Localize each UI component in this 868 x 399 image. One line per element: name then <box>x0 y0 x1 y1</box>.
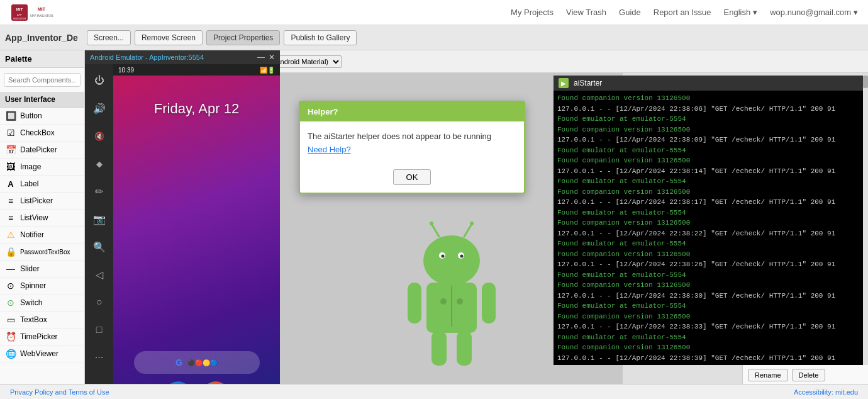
svg-rect-17 <box>408 283 421 323</box>
svg-point-15 <box>470 222 474 225</box>
passwordtextbox-icon: 🔒 <box>5 246 16 257</box>
helper-dialog-title: Helper? <box>300 102 524 121</box>
android-status-icons: 📶🔋 <box>260 67 275 74</box>
helper-message-text: The aiStarter helper does not appear to … <box>308 132 516 141</box>
accessibility-link[interactable]: Accessibility: mit.edu <box>794 388 858 396</box>
list-item[interactable]: ▭ TextBox <box>0 312 84 329</box>
spinner-icon: ⊙ <box>5 280 16 291</box>
properties-btn-row: Rename Delete <box>743 365 868 385</box>
helper-dialog-footer: OK <box>300 164 524 193</box>
main-content-area: Palette User Interface 🔲 Button ☑ CheckB… <box>0 50 868 399</box>
slider-icon: — <box>5 263 16 274</box>
palette-header-label: Palette <box>0 50 84 68</box>
list-item[interactable]: 🖼 Image <box>0 159 84 176</box>
svg-rect-18 <box>482 283 496 323</box>
android-robot-svg <box>389 210 515 399</box>
list-item[interactable]: ⊙ Switch <box>0 295 84 312</box>
terminal-line: Found companion version 13126500 <box>557 93 864 104</box>
list-item[interactable]: ≡ ListPicker <box>0 193 84 210</box>
view-trash-link[interactable]: View Trash <box>566 8 606 17</box>
list-item[interactable]: ⏰ TimePicker <box>0 329 84 346</box>
terminal-line: Found emulator at emulator-5554 <box>557 301 864 312</box>
terminal-scrollbar[interactable] <box>863 76 868 365</box>
list-item[interactable]: — Slider <box>0 261 84 278</box>
palette-item-label: CheckBox <box>20 128 55 137</box>
list-item[interactable]: ≡ ListView <box>0 210 84 227</box>
power-button[interactable]: ⏻ <box>89 70 109 91</box>
google-g-icon: G <box>175 357 182 368</box>
privacy-policy-link[interactable]: Privacy Policy and Terms of Use <box>10 388 109 396</box>
screen-button[interactable]: Screen... <box>87 30 131 45</box>
scrollbar-thumb[interactable] <box>863 76 868 88</box>
palette-item-label: Image <box>20 162 41 171</box>
ok-button[interactable]: OK <box>393 169 431 185</box>
project-properties-button[interactable]: Project Properties <box>206 30 280 45</box>
svg-text:MIT: MIT <box>38 7 46 11</box>
list-item[interactable]: 🌐 WebViewer <box>0 346 84 362</box>
list-item[interactable]: ⚠ Notifier <box>0 227 84 244</box>
palette-item-label: Notifier <box>20 230 44 239</box>
listview-icon: ≡ <box>5 212 16 223</box>
list-item[interactable]: A Label <box>0 176 84 193</box>
guide-link[interactable]: Guide <box>619 8 641 17</box>
helper-dialog: Helper? The aiStarter helper does not ap… <box>299 101 525 194</box>
bottom-status-bar: Privacy Policy and Terms of Use Accessib… <box>0 384 868 399</box>
palette-category-user-interface[interactable]: User Interface <box>0 92 84 108</box>
android-statusbar: 10:39 📶🔋 <box>113 64 280 76</box>
list-item[interactable]: 📅 DatePicker <box>0 142 84 159</box>
palette-item-label: DatePicker <box>20 145 57 154</box>
list-item[interactable]: 🔒 PasswordTextBox <box>0 244 84 261</box>
user-menu[interactable]: wop.nuno@gmail.com ▾ <box>770 8 858 17</box>
more-button[interactable]: ··· <box>89 347 109 368</box>
camera-button[interactable]: 📷 <box>89 209 109 229</box>
circle-button[interactable]: ○ <box>89 292 109 312</box>
pencil-button[interactable]: ✏ <box>89 181 109 201</box>
emulator-window: Android Emulator - AppInventor:5554 — ✕ … <box>85 50 280 399</box>
svg-text:INVENTOR: INVENTOR <box>13 17 26 20</box>
remove-screen-button[interactable]: Remove Screen <box>135 30 203 45</box>
need-help-link[interactable]: Need Help? <box>308 145 351 154</box>
zoom-button[interactable]: 🔍 <box>89 237 109 257</box>
report-issue-link[interactable]: Report an Issue <box>654 8 711 17</box>
switch-icon: ⊙ <box>5 297 16 308</box>
rename-button[interactable]: Rename <box>748 369 788 381</box>
publish-to-gallery-button[interactable]: Publish to Gallery <box>284 30 357 45</box>
android-search-bar[interactable]: G ⚫🔴🟡🔵 <box>134 351 260 374</box>
svg-text:APP: APP <box>17 13 22 16</box>
terminal-line: 127.0.0.1 - - [12/Apr/2024 22:38:39] "GE… <box>557 353 864 364</box>
palette-search-wrap <box>0 68 84 92</box>
terminal-line: Found companion version 13126500 <box>557 249 864 260</box>
volume-up-button[interactable]: 🔊 <box>89 98 109 118</box>
emulator-titlebar: Android Emulator - AppInventor:5554 — ✕ <box>85 50 280 64</box>
palette-item-label: Spinner <box>20 281 46 290</box>
palette-item-label: TimePicker <box>20 332 58 341</box>
terminal-line: 127.0.0.1 - - [12/Apr/2024 22:38:06] "GE… <box>557 104 864 115</box>
my-projects-link[interactable]: My Projects <box>511 8 554 17</box>
emulator-side-controls: ⏻ 🔊 🔇 ◆ ✏ 📷 🔍 ◁ ○ □ ··· <box>85 64 113 399</box>
svg-text:APP INVENTOR: APP INVENTOR <box>30 14 53 18</box>
back-button[interactable]: ◁ <box>89 264 109 284</box>
emulator-window-controls: — ✕ <box>257 53 275 62</box>
palette-item-label: Switch <box>20 298 42 307</box>
list-item[interactable]: ☑ CheckBox <box>0 125 84 142</box>
list-item[interactable]: ⊙ Spinner <box>0 278 84 295</box>
android-homescreen[interactable]: Friday, Apr 12 G ⚫🔴🟡🔵 💬 🌐 <box>113 76 280 399</box>
terminal-icon: ▶ <box>559 78 569 88</box>
terminal-line: Found emulator at emulator-5554 <box>557 176 864 187</box>
timepicker-icon: ⏰ <box>5 331 16 342</box>
minimize-button[interactable]: — <box>257 53 265 62</box>
terminal-line: Found emulator at emulator-5554 <box>557 145 864 156</box>
palette-item-label: ListPicker <box>20 196 53 205</box>
android-time: 10:39 <box>118 67 134 74</box>
language-selector[interactable]: English ▾ <box>724 8 758 17</box>
close-button[interactable]: ✕ <box>269 53 275 62</box>
list-item[interactable]: 🔲 Button <box>0 108 84 125</box>
search-input[interactable] <box>4 73 81 87</box>
terminal-line: 127.0.0.1 - - [12/Apr/2024 22:38:09] "GE… <box>557 135 864 145</box>
svg-point-7 <box>423 235 480 286</box>
square-button[interactable]: □ <box>89 320 109 340</box>
svg-line-13 <box>464 224 472 237</box>
volume-down-button[interactable]: 🔇 <box>89 126 109 146</box>
delete-button[interactable]: Delete <box>792 369 826 381</box>
rotate-button[interactable]: ◆ <box>89 154 109 174</box>
